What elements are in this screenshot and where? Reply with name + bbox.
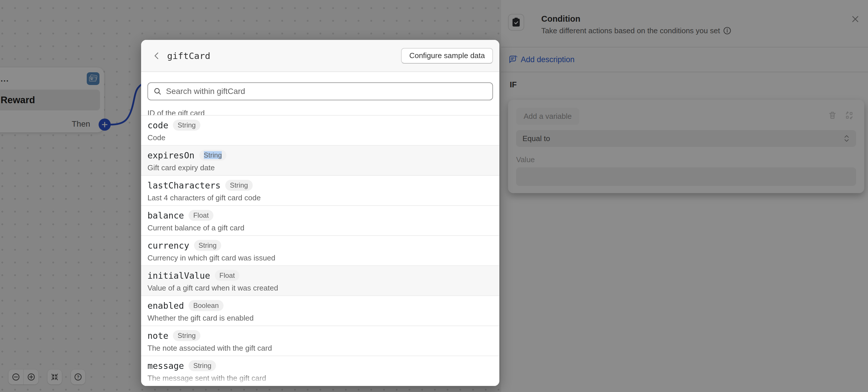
back-button[interactable] [151,50,162,62]
modal-header: giftCard Configure sample data [141,40,499,72]
variable-type-badge: String [225,180,253,191]
variable-row[interactable]: currency String Currency in which gift c… [141,236,499,266]
variable-type-badge: String [194,240,221,251]
variable-row[interactable]: note String The note associated with the… [141,326,499,356]
search-icon [153,87,162,96]
search-input[interactable] [166,87,487,96]
variable-description: ID of the gift card [148,109,205,116]
variable-row[interactable]: balance Float Current balance of a gift … [141,206,499,236]
variable-picker-modal: giftCard Configure sample data ID of the… [141,40,499,386]
variable-description: Value of a gift card when it was created [148,284,493,293]
variable-row[interactable]: lastCharacters String Last 4 characters … [141,176,499,206]
variable-row[interactable]: enabled Boolean Whether the gift card is… [141,296,499,326]
variable-description: Code [148,133,493,142]
search-section [141,72,499,106]
variable-name: note [148,331,168,341]
variable-row[interactable]: initialValue Float Value of a gift card … [141,266,499,296]
variable-name: balance [148,210,184,221]
variable-description: Currency in which gift card was issued [148,254,493,262]
search-box[interactable] [148,83,493,100]
variable-name: expiresOn [148,150,194,160]
variable-name: lastCharacters [148,181,221,191]
variable-name: code [148,120,168,130]
variable-name: enabled [148,301,184,311]
variable-name: message [148,361,184,371]
variable-description: Whether the gift card is enabled [148,314,493,323]
variable-type-badge: Float [188,210,213,221]
variable-row[interactable]: expiresOn String Gift card expiry date [141,146,499,176]
configure-sample-data-button[interactable]: Configure sample data [401,48,493,64]
variable-description: The message sent with the gift card [148,374,493,383]
variable-type-badge: Boolean [188,300,223,311]
variable-description: Last 4 characters of gift card code [148,193,493,202]
variable-type-badge: Float [215,270,240,281]
variable-type-badge: String [173,120,200,131]
variable-description: The note associated with the gift card [148,344,493,353]
variable-name: initialValue [148,270,210,281]
modal-title: giftCard [167,51,210,61]
variable-description: Gift card expiry date [148,163,493,172]
variable-list: ID of the gift card code String Code exp… [141,106,499,386]
variable-type-badge: String [188,360,216,371]
variable-row[interactable]: message String The message sent with the… [141,356,499,386]
variable-type-badge: String [173,330,200,341]
variable-type-badge: String [199,150,227,161]
variable-description: Current balance of a gift card [148,224,493,232]
variable-row-partial[interactable]: ID of the gift card [141,106,499,116]
variable-row[interactable]: code String Code [141,116,499,146]
variable-name: currency [148,240,189,251]
